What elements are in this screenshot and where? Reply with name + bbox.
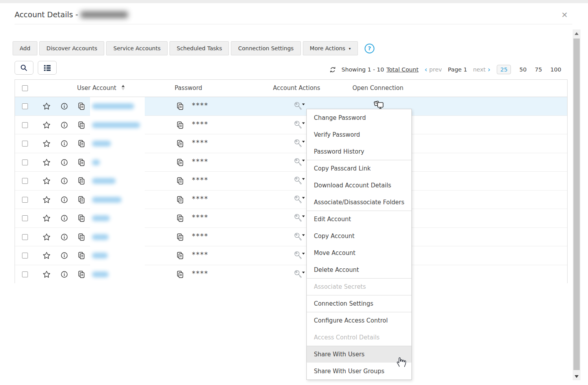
next-chevron-icon[interactable]: › xyxy=(488,66,490,73)
copy-password-icon[interactable] xyxy=(176,270,184,279)
favorite-star-icon[interactable] xyxy=(42,196,51,204)
row-checkbox[interactable] xyxy=(22,122,28,128)
row-checkbox[interactable] xyxy=(22,160,28,165)
info-icon[interactable] xyxy=(61,103,68,110)
copy-username-icon[interactable] xyxy=(77,251,85,260)
next-label[interactable]: next xyxy=(473,66,486,73)
close-icon[interactable]: ✕ xyxy=(561,10,568,20)
account-actions-key-icon[interactable] xyxy=(293,101,306,112)
copy-password-icon[interactable] xyxy=(176,121,184,129)
copy-username-icon[interactable] xyxy=(77,233,85,241)
list-view-button[interactable] xyxy=(38,61,57,75)
account-name-redacted[interactable] xyxy=(92,141,111,147)
menu-item-move-account[interactable]: Move Account xyxy=(307,244,411,261)
sort-icon[interactable] xyxy=(122,85,125,90)
favorite-star-icon[interactable] xyxy=(42,102,51,110)
account-actions-key-icon[interactable] xyxy=(293,269,306,280)
copy-username-icon[interactable] xyxy=(77,214,85,222)
account-name-redacted[interactable] xyxy=(92,215,110,221)
menu-item-verify-password[interactable]: Verify Password xyxy=(307,126,411,143)
favorite-star-icon[interactable] xyxy=(42,177,51,185)
connection-settings-button[interactable]: Connection Settings xyxy=(231,41,300,55)
favorite-star-icon[interactable] xyxy=(42,270,51,279)
page-size-50[interactable]: 50 xyxy=(519,66,526,73)
info-icon[interactable] xyxy=(61,196,68,204)
copy-password-icon[interactable] xyxy=(176,139,184,148)
favorite-star-icon[interactable] xyxy=(42,121,51,129)
account-name-redacted[interactable] xyxy=(92,197,122,203)
account-name-redacted[interactable] xyxy=(92,253,108,258)
copy-password-icon[interactable] xyxy=(176,196,184,204)
page-size-25[interactable]: 25 xyxy=(497,65,511,74)
scroll-down-icon[interactable] xyxy=(573,372,581,380)
account-name-redacted[interactable] xyxy=(92,160,100,165)
account-name-redacted[interactable] xyxy=(92,103,134,109)
info-icon[interactable] xyxy=(61,140,68,147)
info-icon[interactable] xyxy=(61,214,68,222)
info-icon[interactable] xyxy=(61,271,68,278)
menu-item-connection-settings[interactable]: Connection Settings xyxy=(307,295,411,312)
copy-password-icon[interactable] xyxy=(176,102,184,110)
info-icon[interactable] xyxy=(61,177,68,185)
row-checkbox[interactable] xyxy=(22,215,28,221)
account-actions-key-icon[interactable] xyxy=(293,250,306,261)
prev-label[interactable]: prev xyxy=(429,66,442,73)
account-name-redacted[interactable] xyxy=(92,234,109,240)
scroll-up-icon[interactable] xyxy=(573,29,581,37)
menu-item-password-history[interactable]: Password History xyxy=(307,143,411,160)
account-name-redacted[interactable] xyxy=(92,271,109,277)
account-name-redacted[interactable] xyxy=(92,178,116,184)
total-count-link[interactable]: Total Count xyxy=(387,66,419,73)
account-actions-key-icon[interactable] xyxy=(293,232,306,243)
menu-item-copy-account[interactable]: Copy Account xyxy=(307,227,411,244)
account-name-redacted[interactable] xyxy=(92,122,140,128)
favorite-star-icon[interactable] xyxy=(42,233,51,241)
row-checkbox[interactable] xyxy=(22,141,28,147)
favorite-star-icon[interactable] xyxy=(42,214,51,222)
search-button[interactable] xyxy=(15,61,33,75)
info-icon[interactable] xyxy=(61,252,68,259)
page-size-100[interactable]: 100 xyxy=(550,66,561,73)
copy-username-icon[interactable] xyxy=(77,102,85,110)
copy-username-icon[interactable] xyxy=(77,121,85,129)
row-checkbox[interactable] xyxy=(22,178,28,184)
select-all-checkbox[interactable] xyxy=(22,85,28,91)
page-size-75[interactable]: 75 xyxy=(535,66,542,73)
service-accounts-button[interactable]: Service Accounts xyxy=(106,41,168,55)
copy-password-icon[interactable] xyxy=(176,214,184,222)
copy-username-icon[interactable] xyxy=(77,158,85,167)
scrollbar-thumb[interactable] xyxy=(573,38,580,370)
account-actions-key-icon[interactable] xyxy=(293,120,306,131)
column-header-user-account[interactable]: User Account xyxy=(77,84,116,92)
favorite-star-icon[interactable] xyxy=(42,139,51,148)
copy-username-icon[interactable] xyxy=(77,177,85,185)
account-actions-key-icon[interactable] xyxy=(293,176,306,187)
scheduled-tasks-button[interactable]: Scheduled Tasks xyxy=(170,41,229,55)
copy-password-icon[interactable] xyxy=(176,177,184,185)
account-actions-key-icon[interactable] xyxy=(293,213,306,224)
info-icon[interactable] xyxy=(61,159,68,166)
prev-chevron-icon[interactable]: ‹ xyxy=(424,66,427,73)
row-checkbox[interactable] xyxy=(22,234,28,240)
row-checkbox[interactable] xyxy=(22,271,28,277)
menu-item-associate-disassociate-folders[interactable]: Associate/Disassociate Folders xyxy=(307,194,411,211)
menu-item-delete-account[interactable]: Delete Account xyxy=(307,261,411,278)
menu-item-change-password[interactable]: Change Password xyxy=(307,109,411,126)
help-icon[interactable]: ? xyxy=(365,44,374,53)
row-checkbox[interactable] xyxy=(22,253,28,258)
account-actions-key-icon[interactable] xyxy=(293,194,306,205)
copy-username-icon[interactable] xyxy=(77,196,85,204)
info-icon[interactable] xyxy=(61,121,68,129)
menu-item-configure-access-control[interactable]: Configure Access Control xyxy=(307,312,411,329)
menu-item-copy-passcard-link[interactable]: Copy Passcard Link xyxy=(307,160,411,177)
info-icon[interactable] xyxy=(61,233,68,241)
discover-accounts-button[interactable]: Discover Accounts xyxy=(39,41,104,55)
menu-item-edit-account[interactable]: Edit Account xyxy=(307,211,411,227)
favorite-star-icon[interactable] xyxy=(42,251,51,260)
vertical-scrollbar[interactable] xyxy=(573,29,581,380)
account-actions-key-icon[interactable] xyxy=(293,138,306,149)
copy-password-icon[interactable] xyxy=(176,251,184,260)
copy-password-icon[interactable] xyxy=(176,158,184,167)
copy-username-icon[interactable] xyxy=(77,270,85,279)
row-checkbox[interactable] xyxy=(22,103,28,109)
